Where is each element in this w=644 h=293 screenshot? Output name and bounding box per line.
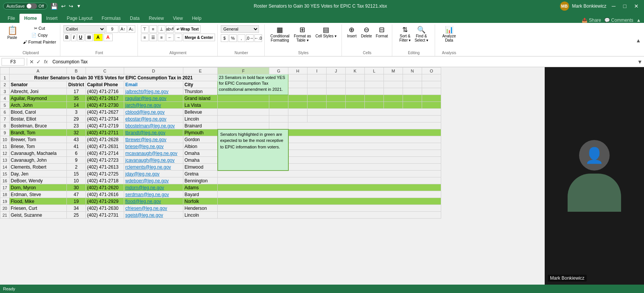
cell-c18[interactable]: (402) 471-2616: [86, 191, 124, 198]
cell-e4[interactable]: Grand island: [183, 95, 218, 102]
cell-a19[interactable]: Flood, Mike: [10, 198, 67, 205]
cell-e17[interactable]: Adams: [183, 184, 218, 191]
col-header-g[interactable]: G: [269, 68, 288, 74]
col-header-e[interactable]: E: [183, 68, 218, 74]
sort-filter-button[interactable]: ⇅ Sort &Filter ▾: [398, 25, 412, 43]
format-painter-button[interactable]: 🖌 Format Painter: [21, 39, 58, 45]
tab-insert[interactable]: Insert: [42, 14, 62, 23]
bold-button[interactable]: B: [63, 34, 71, 41]
cell-c9[interactable]: (402) 471-2711: [86, 129, 124, 136]
tab-formulas[interactable]: Formulas: [97, 14, 125, 23]
cell-b16[interactable]: 10: [67, 177, 86, 184]
cell-c19[interactable]: (402) 471-2929: [86, 198, 124, 205]
format-button[interactable]: ⊟ Format: [374, 25, 390, 39]
cell-b2[interactable]: District: [67, 81, 86, 88]
cell-b20[interactable]: 34: [67, 205, 86, 212]
cell-a13[interactable]: Cavanaugh, John: [10, 157, 67, 164]
underline-button[interactable]: U: [77, 34, 84, 41]
cell-c3[interactable]: (402) 471-2716: [86, 88, 124, 95]
format-as-table-button[interactable]: ⊞ Format asTable ▾: [292, 25, 313, 43]
decimal-decrease-button[interactable]: ←.0: [254, 34, 262, 42]
cell-d13[interactable]: jcavanaugh@leg.ne.gov: [124, 157, 183, 164]
align-bottom-button[interactable]: ⊥: [158, 25, 165, 33]
tab-page-layout[interactable]: Page Layout: [62, 14, 97, 23]
analyze-data-button[interactable]: 📊 AnalyzeData: [441, 25, 458, 43]
cell-e10[interactable]: Gordon: [183, 136, 218, 143]
tab-home[interactable]: Home: [19, 14, 41, 23]
cell-a12[interactable]: Cavanaugh, Machaela: [10, 150, 67, 157]
cell-c17[interactable]: (402) 471-2620: [86, 184, 124, 191]
more-icon[interactable]: ▼: [76, 3, 81, 9]
save-icon[interactable]: 💾: [50, 3, 58, 10]
cell-c12[interactable]: (402) 471-2714: [86, 150, 124, 157]
share-button[interactable]: 📤 Share: [582, 18, 601, 23]
cell-a6[interactable]: Blood, Carol: [10, 109, 67, 116]
cell-a17[interactable]: Dorn, Myron: [10, 184, 67, 191]
cell-c21[interactable]: (402) 471-2731: [86, 212, 124, 219]
cell-b18[interactable]: 47: [67, 191, 86, 198]
percent-button[interactable]: %: [229, 34, 237, 42]
align-top-button[interactable]: ⊤: [141, 25, 149, 33]
cell-a21[interactable]: Geist, Suzanne: [10, 212, 67, 219]
number-format-select[interactable]: General: [221, 25, 259, 33]
col-header-i[interactable]: I: [307, 68, 327, 74]
cell-a16[interactable]: DeBoer, Wendy: [10, 177, 67, 184]
cell-b3[interactable]: 17: [67, 88, 86, 95]
cell-d11[interactable]: briese@leg.ne.gov: [124, 143, 183, 150]
cell-d12[interactable]: mcavanaugh@leg.ne.gov: [124, 150, 183, 157]
redo-icon[interactable]: ↪: [69, 3, 73, 9]
cell-e19[interactable]: Norfolk: [183, 198, 218, 205]
cell-d4[interactable]: raguilar@leg.ne.gov: [124, 95, 183, 102]
cell-a3[interactable]: Albrecht, Joni: [10, 88, 67, 95]
cell-e12[interactable]: Omaha: [183, 150, 218, 157]
cell-d2[interactable]: Email: [124, 81, 183, 88]
align-middle-button[interactable]: ≡: [149, 25, 157, 33]
cell-d17[interactable]: mdorn@leg.ne.gov: [124, 184, 183, 191]
cell-e3[interactable]: Thurston: [183, 88, 218, 95]
col-header-a[interactable]: A: [10, 68, 67, 74]
cell-d5[interactable]: jarch@leg.ne.gov: [124, 102, 183, 109]
currency-button[interactable]: $: [221, 34, 228, 42]
delete-button[interactable]: ⊖ Delete: [359, 25, 374, 39]
close-button[interactable]: ✕: [632, 2, 641, 10]
cell-b5[interactable]: 14: [67, 102, 86, 109]
cell-b7[interactable]: 29: [67, 116, 86, 122]
cell-c2[interactable]: Capitol Phone: [86, 81, 124, 88]
cell-c6[interactable]: (402) 471-2627: [86, 109, 124, 116]
cell-a5[interactable]: Arch, John: [10, 102, 67, 109]
cell-b9[interactable]: 32: [67, 129, 86, 136]
cell-e2[interactable]: City: [183, 81, 218, 88]
cell-a7[interactable]: Bostar, Elliot: [10, 116, 67, 122]
tab-file[interactable]: File: [3, 14, 19, 23]
conditional-formatting-button[interactable]: ▦ ConditionalFormatting: [269, 25, 291, 43]
tab-view[interactable]: View: [168, 14, 188, 23]
cell-b21[interactable]: 25: [67, 212, 86, 219]
cell-d10[interactable]: tbrewer@leg.ne.gov: [124, 136, 183, 143]
cell-c7[interactable]: (402) 471-2734: [86, 116, 124, 122]
cell-b12[interactable]: 6: [67, 150, 86, 157]
cell-e11[interactable]: Albion: [183, 143, 218, 150]
cell-b6[interactable]: 3: [67, 109, 86, 116]
cell-c10[interactable]: (402) 471-2628: [86, 136, 124, 143]
ribbon-expand-icon[interactable]: ▲: [636, 37, 641, 43]
cell-styles-button[interactable]: ▤ Cell Styles ▾: [314, 25, 338, 39]
cell-c4[interactable]: (402) 471-2617: [86, 95, 124, 102]
cell-d20[interactable]: cfriesen@leg.ne.gov: [124, 205, 183, 212]
comments-button[interactable]: 💬 Comments: [604, 18, 633, 23]
cell-a14[interactable]: Clements, Robert: [10, 164, 67, 171]
orientation-button[interactable]: ab↺: [166, 25, 174, 33]
border-button[interactable]: ⊞: [85, 34, 93, 41]
cell-d21[interactable]: sgeist@leg.ne.gov: [124, 212, 183, 219]
cell-reference-input[interactable]: [2, 58, 24, 66]
italic-button[interactable]: I: [71, 34, 76, 41]
cell-e5[interactable]: La Vista: [183, 102, 218, 109]
maximize-button[interactable]: □: [621, 2, 629, 10]
paste-button[interactable]: 📋 Paste: [4, 25, 21, 41]
indent-decrease-button[interactable]: ←: [166, 34, 174, 41]
cell-d18[interactable]: serdman@leg.ne.gov: [124, 191, 183, 198]
cell-a8[interactable]: Bostelman, Bruce: [10, 122, 67, 129]
autosave-badge[interactable]: AutoSave Off: [3, 3, 47, 10]
cell-e15[interactable]: Gretna: [183, 171, 218, 177]
cell-a9[interactable]: Brandt, Tom: [10, 129, 67, 136]
cell-b8[interactable]: 23: [67, 122, 86, 129]
